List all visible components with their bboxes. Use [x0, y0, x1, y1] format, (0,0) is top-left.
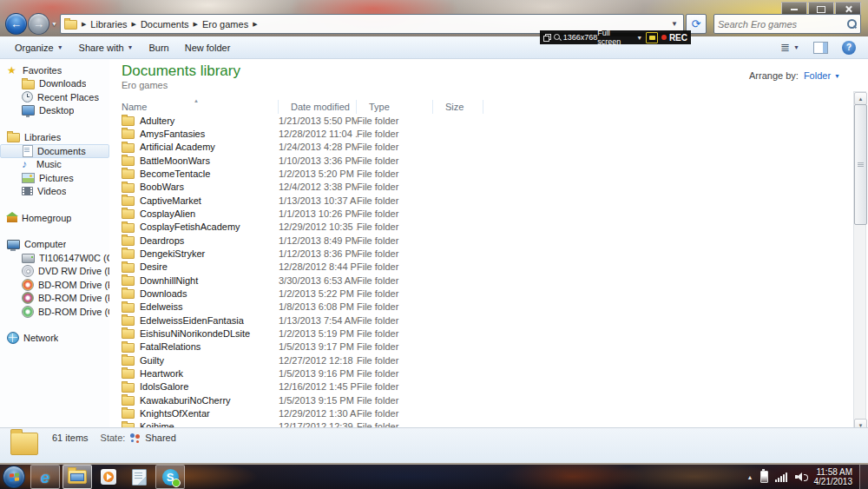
recorder-zoom-icon[interactable] [553, 33, 561, 42]
taskbar-internet-explorer[interactable]: e [30, 465, 60, 489]
file-row[interactable]: Heartwork 1/5/2013 9:16 PM File folder [109, 367, 868, 380]
search-input[interactable] [714, 19, 845, 30]
file-row[interactable]: CosplayFetishAcademy 12/29/2012 10:35 ..… [109, 221, 868, 234]
titlebar[interactable]: ← → ▼ ▶ Libraries ▶ Documents ▶ Ero game… [0, 0, 868, 36]
sidebar-item-libraries[interactable]: Libraries [0, 130, 109, 144]
sidebar-item-drive-e[interactable]: BD-ROM Drive (E:) NEV [0, 278, 109, 292]
file-date-modified: 1/2/2013 5:22 PM [279, 288, 357, 299]
file-name: DownhillNight [140, 275, 198, 286]
sidebar-item-documents[interactable]: Documents [0, 144, 109, 158]
sidebar-item-drive-f[interactable]: BD-ROM Drive (F:) NEV [0, 292, 109, 306]
file-row[interactable]: CosplayAlien 1/1/2013 10:26 PM File fold… [109, 207, 868, 220]
organize-button[interactable]: Organize▼ [7, 38, 71, 56]
file-row[interactable]: FatalRelations 1/5/2013 9:17 PM File fol… [109, 340, 868, 354]
file-row[interactable]: CaptiveMarket 1/13/2013 10:37 AM File fo… [109, 194, 868, 207]
file-row[interactable]: IdolsGalore 12/16/2012 1:45 PM File fold… [109, 380, 868, 393]
taskbar-clock[interactable]: 11:58 AM 4/21/2013 [814, 467, 853, 486]
arrange-by[interactable]: Arrange by: Folder ▼ [749, 70, 840, 81]
breadcrumb-documents[interactable]: Documents [141, 19, 189, 30]
file-row[interactable]: Desire 12/28/2012 8:44 PM File folder [109, 261, 868, 274]
arrange-by-value[interactable]: Folder [804, 70, 831, 81]
file-row[interactable]: AmysFantasies 12/28/2012 11:04 ... File … [109, 127, 868, 140]
sidebar-item-drive-c[interactable]: TI106147W0C (C:) [0, 251, 109, 265]
record-label[interactable]: REC [669, 33, 687, 43]
forward-button[interactable]: → [28, 13, 49, 35]
file-row[interactable]: Adultery 1/21/2013 5:50 PM File folder [109, 114, 868, 127]
sidebar-item-drive-d[interactable]: DVD RW Drive (D:) [0, 265, 109, 279]
close-icon [845, 5, 852, 13]
recorder-window-icon[interactable] [543, 34, 550, 41]
sidebar-item-drive-g[interactable]: BD-ROM Drive (G:) NE [0, 305, 109, 319]
file-type: File folder [357, 195, 433, 206]
file-row[interactable]: EishisuNiNorikondeDLsite 1/2/2013 5:19 P… [109, 327, 868, 340]
file-row[interactable]: BoobWars 12/4/2012 3:38 PM File folder [109, 181, 868, 194]
change-view-button[interactable]: ≣ [780, 42, 790, 53]
preview-pane-button[interactable] [813, 42, 828, 54]
share-with-button[interactable]: Share with▼ [71, 38, 141, 56]
file-row[interactable]: Edelweiss 1/8/2013 6:08 PM File folder [109, 301, 868, 314]
sidebar-item-videos[interactable]: Videos [0, 185, 109, 199]
breadcrumb-ero-games[interactable]: Ero games [202, 19, 248, 30]
folder-icon [122, 289, 135, 299]
file-date-modified: 1/1/2013 10:26 PM [279, 208, 357, 219]
file-row[interactable]: BattleMoonWars 1/10/2013 3:36 PM File fo… [109, 154, 868, 167]
sidebar-item-computer[interactable]: Computer [0, 238, 109, 252]
file-name: FatalRelations [140, 341, 201, 352]
sidebar-item-homegroup[interactable]: Homegroup [0, 211, 109, 225]
new-folder-button[interactable]: New folder [177, 38, 239, 56]
scrollbar-thumb[interactable] [854, 104, 867, 225]
file-row[interactable]: Deardrops 1/12/2013 8:49 PM File folder [109, 234, 868, 247]
scroll-up-button[interactable]: ▲ [854, 92, 867, 105]
address-folder-icon [64, 20, 77, 30]
sidebar-item-favorites[interactable]: Favorites [0, 63, 109, 77]
column-header-size[interactable]: Size [433, 100, 483, 114]
sidebar-item-recent-places[interactable]: Recent Places [0, 90, 109, 104]
file-row[interactable]: Downloads 1/2/2013 5:22 PM File folder [109, 287, 868, 300]
file-row[interactable]: BecomeTentacle 1/2/2013 5:20 PM File fol… [109, 167, 868, 180]
column-header-type[interactable]: Type [357, 100, 433, 114]
recorder-mode[interactable]: Full screen [597, 29, 633, 46]
back-button[interactable]: ← [5, 13, 27, 35]
history-dropdown-icon[interactable]: ▼ [51, 21, 57, 27]
network-signal-icon[interactable] [775, 472, 788, 482]
battery-icon[interactable] [760, 471, 768, 483]
record-dot-icon [661, 35, 667, 40]
sidebar-item-pictures[interactable]: Pictures [0, 171, 109, 185]
show-desktop-button[interactable] [859, 465, 868, 489]
dvd-drive-icon [22, 265, 34, 277]
library-subtitle: Ero games [122, 80, 868, 91]
file-row[interactable]: EdelweissEidenFantasia 1/13/2013 7:54 AM… [109, 314, 868, 327]
back-arrow-icon: ← [10, 18, 22, 30]
hidden-icons-button[interactable]: ▲ [747, 474, 753, 480]
file-row[interactable]: Guilty 12/27/2012 12:18 ... File folder [109, 354, 868, 367]
sidebar-item-desktop[interactable]: Desktop [0, 104, 109, 118]
volume-icon[interactable] [795, 472, 807, 482]
taskbar-windows-explorer[interactable] [62, 465, 92, 489]
start-button[interactable] [3, 466, 25, 488]
file-date-modified: 1/10/2013 3:36 PM [279, 155, 357, 166]
chevron-down-icon[interactable]: ▼ [793, 44, 799, 50]
sidebar-item-network[interactable]: Network [0, 332, 109, 346]
sidebar-item-downloads[interactable]: Downloads [0, 77, 109, 91]
file-row[interactable]: Artificial Academy 1/24/2013 4:28 PM Fil… [109, 141, 868, 154]
screenshot-camera-button[interactable] [646, 32, 658, 43]
column-header-name[interactable]: ▲Name [109, 100, 279, 114]
taskbar-notepad[interactable] [125, 466, 153, 488]
windows-logo-icon [10, 472, 19, 481]
breadcrumb-libraries[interactable]: Libraries [90, 19, 127, 30]
sidebar-item-music[interactable]: Music [0, 158, 109, 172]
address-dropdown-icon[interactable]: ▼ [671, 20, 678, 28]
file-row[interactable]: KnightsOfXentar 12/29/2012 1:30 AM File … [109, 406, 868, 420]
burn-button[interactable]: Burn [141, 38, 177, 56]
file-row[interactable]: DengekiStryker 1/12/2013 8:36 PM File fo… [109, 247, 868, 260]
file-row[interactable]: DownhillNight 3/30/2013 6:53 AM File fol… [109, 274, 868, 287]
file-row[interactable]: KawakaburiNoCherry 1/5/2013 9:15 PM File… [109, 393, 868, 406]
chevron-down-icon[interactable]: ▼ [636, 35, 642, 41]
column-header-date-modified[interactable]: Date modified [279, 100, 357, 114]
search-box[interactable] [713, 14, 861, 34]
vertical-scrollbar[interactable]: ▲ ▼ [853, 91, 866, 433]
address-row: ← → ▼ ▶ Libraries ▶ Documents ▶ Ero game… [5, 14, 861, 34]
taskbar-skype[interactable]: S [155, 465, 185, 489]
help-button[interactable]: ? [842, 41, 856, 55]
taskbar-media-player[interactable] [95, 466, 122, 488]
